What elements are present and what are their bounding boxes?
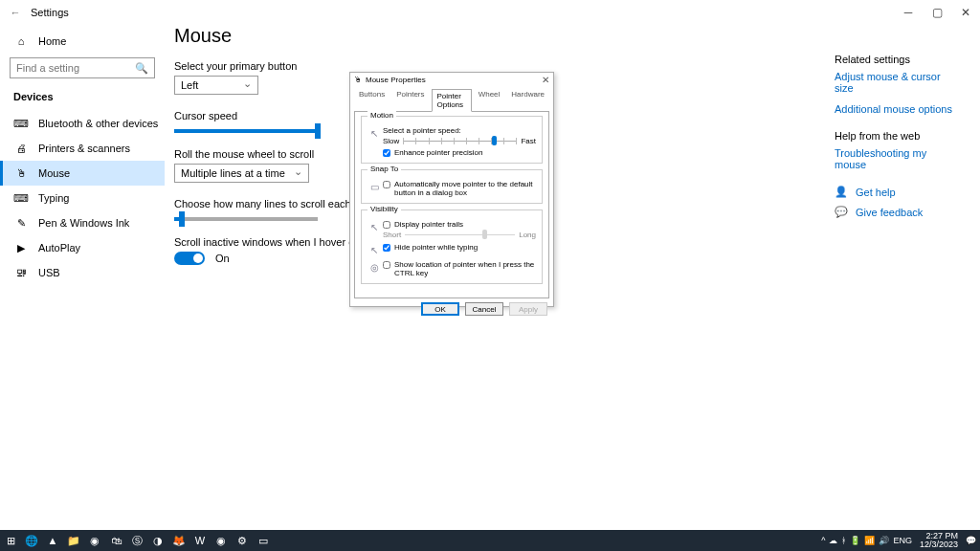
tray-volume-icon[interactable]: 🔊 bbox=[879, 536, 889, 545]
dialog-titlebar[interactable]: 🖱 Mouse Properties ✕ bbox=[350, 73, 553, 86]
taskbar-app-icon[interactable]: ▭ bbox=[253, 530, 274, 551]
ctrl-location-label: Show location of pointer when I press th… bbox=[394, 260, 536, 277]
mouse-properties-dialog: 🖱 Mouse Properties ✕ Buttons Pointers Po… bbox=[349, 72, 554, 307]
minimize-button[interactable]: ─ bbox=[894, 0, 923, 25]
apply-button[interactable]: Apply bbox=[509, 302, 547, 316]
ok-button[interactable]: OK bbox=[421, 302, 459, 316]
sidebar-item-printers[interactable]: 🖨Printers & scanners bbox=[0, 136, 165, 161]
sidebar-item-autoplay[interactable]: ▶AutoPlay bbox=[0, 235, 165, 260]
feedback-link[interactable]: 💬Give feedback bbox=[835, 206, 959, 218]
dialog-close-button[interactable]: ✕ bbox=[542, 75, 549, 85]
scroll-wheel-select[interactable]: Multiple lines at a time bbox=[174, 164, 309, 183]
adjust-mouse-link[interactable]: Adjust mouse & cursor size bbox=[835, 71, 959, 94]
taskbar-steam-icon[interactable]: ◑ bbox=[147, 530, 168, 551]
cancel-button[interactable]: Cancel bbox=[465, 302, 503, 316]
home-icon: ⌂ bbox=[13, 35, 29, 47]
long-label: Long bbox=[519, 231, 536, 239]
window-title: Settings bbox=[31, 7, 69, 18]
inactive-windows-toggle[interactable] bbox=[174, 252, 205, 265]
tab-hardware[interactable]: Hardware bbox=[506, 88, 549, 111]
close-button[interactable]: ✕ bbox=[951, 0, 980, 25]
sidebar: ⌂ Home Find a setting 🔍 Devices ⌨Bluetoo… bbox=[0, 25, 165, 530]
back-button[interactable]: ← bbox=[6, 3, 25, 22]
search-placeholder: Find a setting bbox=[16, 62, 79, 74]
dialog-tabs: Buttons Pointers Pointer Options Wheel H… bbox=[350, 86, 553, 111]
trails-checkbox[interactable]: Display pointer trails bbox=[383, 220, 536, 229]
snapto-legend: Snap To bbox=[368, 165, 401, 173]
taskbar-discord-icon[interactable]: ◉ bbox=[84, 530, 105, 551]
pointer-icon: ↖ bbox=[368, 126, 381, 140]
scroll-wheel-value: Multiple lines at a time bbox=[181, 167, 285, 179]
tray-lang[interactable]: ENG bbox=[893, 536, 912, 545]
mouse-small-icon: 🖱 bbox=[354, 76, 362, 84]
system-tray[interactable]: ^ ☁ ᚼ 🔋 📶 🔊 ENG 2:27 PM 12/3/2023 💬 bbox=[821, 532, 980, 549]
trails-label: Display pointer trails bbox=[394, 220, 463, 229]
snap-icon: ▭ bbox=[368, 180, 381, 193]
search-input[interactable]: Find a setting 🔍 bbox=[10, 57, 155, 78]
help-icon: 👤 bbox=[835, 186, 848, 198]
visibility-group: Visibility ↖ Display pointer trails Shor… bbox=[361, 209, 543, 284]
tab-pointers[interactable]: Pointers bbox=[391, 88, 429, 111]
sidebar-item-pen[interactable]: ✎Pen & Windows Ink bbox=[0, 210, 165, 235]
taskbar-store-icon[interactable]: 🛍 bbox=[105, 530, 126, 551]
tray-cloud-icon[interactable]: ☁ bbox=[829, 536, 837, 545]
sidebar-item-label: Bluetooth & other devices bbox=[38, 118, 158, 129]
sidebar-item-usb[interactable]: 🖳USB bbox=[0, 260, 165, 285]
start-button[interactable]: ⊞ bbox=[0, 530, 21, 551]
dialog-body: Motion ↖ Select a pointer speed: Slow Fa… bbox=[354, 111, 549, 298]
feedback-icon: 💬 bbox=[835, 206, 848, 218]
taskbar-edge-icon[interactable]: 🌐 bbox=[21, 530, 42, 551]
keyboard-icon: ⌨ bbox=[13, 118, 29, 130]
tray-wifi-icon[interactable]: 📶 bbox=[864, 536, 875, 545]
sidebar-item-label: USB bbox=[38, 267, 60, 278]
tab-wheel[interactable]: Wheel bbox=[474, 88, 505, 111]
taskbar-firefox-icon[interactable]: 🦊 bbox=[168, 530, 189, 551]
hide-typing-checkbox[interactable]: Hide pointer while typing bbox=[383, 243, 478, 252]
feedback-label: Give feedback bbox=[856, 207, 923, 218]
taskbar-settings-icon[interactable]: ⚙ bbox=[232, 530, 253, 551]
search-icon: 🔍 bbox=[135, 62, 148, 75]
printer-icon: 🖨 bbox=[13, 143, 29, 154]
sidebar-item-typing[interactable]: ⌨Typing bbox=[0, 186, 165, 210]
ctrl-location-checkbox[interactable]: Show location of pointer when I press th… bbox=[383, 260, 536, 277]
sidebar-item-bluetooth[interactable]: ⌨Bluetooth & other devices bbox=[0, 111, 165, 136]
snapto-group: Snap To ▭ Automatically move pointer to … bbox=[361, 169, 543, 204]
tab-buttons[interactable]: Buttons bbox=[354, 88, 390, 111]
tray-notifications-icon[interactable]: 💬 bbox=[966, 536, 976, 545]
tray-date: 12/3/2023 bbox=[920, 540, 958, 549]
window-titlebar: ← Settings ─ ▢ ✕ bbox=[0, 0, 980, 25]
taskbar-skype-icon[interactable]: Ⓢ bbox=[126, 530, 147, 551]
tab-pointer-options[interactable]: Pointer Options bbox=[432, 89, 472, 112]
taskbar: ⊞ 🌐 ▲ 📁 ◉ 🛍 Ⓢ ◑ 🦊 W ◉ ⚙ ▭ ^ ☁ ᚼ 🔋 📶 🔊 EN… bbox=[0, 530, 980, 551]
snapto-checkbox[interactable]: Automatically move pointer to the defaul… bbox=[383, 180, 536, 197]
sidebar-home[interactable]: ⌂ Home bbox=[0, 29, 165, 54]
taskbar-word-icon[interactable]: W bbox=[189, 530, 211, 551]
dialog-title: Mouse Properties bbox=[366, 76, 426, 84]
enhance-precision-checkbox[interactable]: Enhance pointer precision bbox=[383, 148, 536, 157]
taskbar-explorer-icon[interactable]: 📁 bbox=[63, 530, 84, 551]
play-icon: ▶ bbox=[13, 242, 29, 254]
motion-legend: Motion bbox=[368, 111, 396, 120]
chevron-up-icon[interactable]: ^ bbox=[821, 536, 825, 545]
tray-battery-icon[interactable]: 🔋 bbox=[850, 536, 860, 545]
pen-icon: ✎ bbox=[13, 217, 29, 230]
cursor-speed-slider[interactable] bbox=[174, 129, 318, 133]
tray-bluetooth-icon[interactable]: ᚼ bbox=[841, 536, 846, 545]
get-help-link[interactable]: 👤Get help bbox=[835, 186, 959, 198]
additional-options-link[interactable]: Additional mouse options bbox=[835, 103, 959, 115]
pointer-speed-slider[interactable]: Slow Fast bbox=[383, 137, 536, 145]
scroll-lines-slider[interactable] bbox=[174, 217, 318, 221]
trails-icon: ↖ bbox=[368, 220, 381, 233]
primary-button-value: Left bbox=[181, 79, 198, 91]
primary-button-select[interactable]: Left bbox=[174, 76, 258, 95]
troubleshoot-link[interactable]: Troubleshooting my mouse bbox=[835, 147, 959, 170]
hide-typing-label: Hide pointer while typing bbox=[394, 243, 478, 252]
related-settings: Related settings Adjust mouse & cursor s… bbox=[835, 48, 959, 226]
mouse-icon: 🖱 bbox=[13, 167, 29, 179]
sidebar-item-mouse[interactable]: 🖱Mouse bbox=[0, 161, 165, 186]
tray-clock[interactable]: 2:27 PM 12/3/2023 bbox=[916, 532, 962, 549]
maximize-button[interactable]: ▢ bbox=[923, 0, 951, 25]
taskbar-chrome-icon[interactable]: ◉ bbox=[211, 530, 232, 551]
taskbar-vlc-icon[interactable]: ▲ bbox=[42, 530, 63, 551]
sidebar-home-label: Home bbox=[38, 35, 66, 47]
